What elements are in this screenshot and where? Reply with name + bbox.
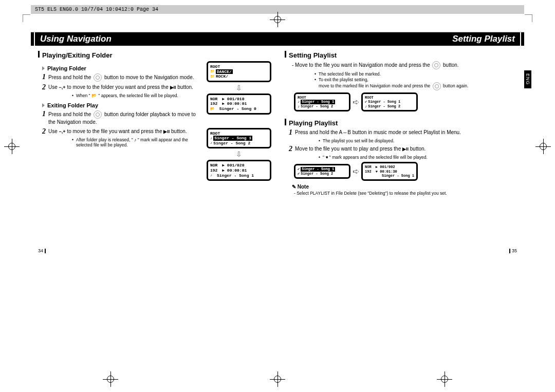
section-heading: Setting Playlist xyxy=(285,51,517,59)
step-text: Use xyxy=(48,84,58,90)
section-title: Playing Playlist xyxy=(289,119,338,127)
navi-button-icon xyxy=(433,82,441,90)
step-text: Press and hold the A↔B button in music m… xyxy=(295,129,461,136)
step-text: Use xyxy=(48,128,58,134)
arrow-right-icon: ➪ xyxy=(350,166,361,176)
bullet-list: The playlist you set will be displayed. xyxy=(302,138,517,143)
step-text: Press and hold the xyxy=(48,74,91,80)
bullet: The selected file will be marked. xyxy=(319,71,517,77)
lcd-screenshot: ROOT ♪Singer - Song 1 ♪Singer - Song 2 xyxy=(294,92,350,111)
section-heading: Playing/Exiting Folder xyxy=(38,51,270,59)
navi-button-icon xyxy=(94,110,102,119)
page-number: 34 xyxy=(38,248,46,253)
page-number: 35 xyxy=(509,248,517,253)
play-pause-control: ▶II xyxy=(402,146,409,152)
step-text: Press and hold the xyxy=(48,111,91,117)
step-text: to move to the folder you want and press… xyxy=(67,84,168,90)
navi-button-icon xyxy=(94,73,102,82)
page-right: Setting Playlist ENG Setting Playlist - … xyxy=(278,32,524,254)
page-spread: Using Navigation Playing/Exiting Folder … xyxy=(31,32,524,254)
page-title: Using Navigation xyxy=(35,32,278,46)
minus-plus-control: −,+ xyxy=(59,129,66,134)
step: 2 Move to the file you want to play and … xyxy=(289,145,517,153)
page-title: Setting Playlist xyxy=(278,32,520,46)
subsection-title: Exiting Folder Play xyxy=(47,102,98,108)
minus-plus-control: −,+ xyxy=(59,85,66,90)
play-pause-control: ▶II xyxy=(170,85,176,90)
crop-mark xyxy=(525,14,532,22)
step-text: Move to the file you want to play and pr… xyxy=(295,146,401,152)
subsection: Playing Folder xyxy=(42,65,203,71)
page-title-banner: Setting Playlist xyxy=(278,32,524,46)
lcd-screenshot: ROOT ✔Singer - Song 1 ♪Singer - Song 2 xyxy=(361,92,418,111)
play-pause-control: ▶II xyxy=(163,129,170,134)
bullet-list: When " 📂 " appears, the selected file wi… xyxy=(55,93,203,98)
lcd-screenshot: NOR ▶ 001/020 192 ▶ 00:00:01 ♪ Singer - … xyxy=(207,160,271,181)
registration-mark xyxy=(270,12,285,27)
figure-row: ROOT ♪Singer - Song 1 ♪Singer - Song 2 ➪… xyxy=(294,92,517,111)
step-text: button. xyxy=(177,84,193,90)
registration-mark xyxy=(535,139,551,154)
step: 1 Press and hold the button during folde… xyxy=(42,110,203,126)
bullet: " ♥ " mark appears and the selected file… xyxy=(323,155,517,160)
figure-column: ROOT 📁DANCE/ 📁ROCK/ ⇩ NOR ▶ 001/010 192 … xyxy=(208,61,270,181)
subsection: Exiting Folder Play xyxy=(42,102,203,108)
step-text: button. xyxy=(410,146,426,152)
registration-mark xyxy=(270,371,285,387)
bullet: The playlist you set will be displayed. xyxy=(323,138,517,143)
lcd-screenshot: NOR ▶ 001/002 192 ♥ 00:01:30 Singer - So… xyxy=(361,162,418,181)
registration-mark xyxy=(437,371,452,387)
lcd-screenshot: ROOT 📁DANCE/ 📁ROCK/ xyxy=(207,61,271,82)
step: - Move to the file you want in Navigatio… xyxy=(292,61,517,69)
navi-button-icon xyxy=(432,61,440,69)
bullet: When " 📂 " appears, the selected file wi… xyxy=(76,93,203,98)
arrow-down-icon: ⇩ xyxy=(236,84,242,91)
subsection-title: Playing Folder xyxy=(47,65,86,71)
step: 1 Press and hold the button to move to t… xyxy=(42,73,203,82)
bullet-list: After folder play is released, " ♪ " mar… xyxy=(55,137,203,147)
bullet: After folder play is released, " ♪ " mar… xyxy=(76,137,203,147)
step-text: - Move to the file you want in Navigatio… xyxy=(292,62,430,68)
step: 1 Press and hold the A↔B button in music… xyxy=(289,129,517,136)
registration-mark xyxy=(4,139,20,154)
section-title: Playing/Exiting Folder xyxy=(42,51,113,59)
page-title-banner: Using Navigation xyxy=(31,32,278,46)
bullet-list: The selected file will be marked. To exi… xyxy=(298,71,517,90)
language-tab: ENG xyxy=(524,70,531,88)
section-heading: Playing Playlist xyxy=(285,119,517,127)
crop-mark xyxy=(23,14,30,22)
bullet-list: " ♥ " mark appears and the selected file… xyxy=(302,155,517,160)
step: 2 Use −,+ to move to the folder you want… xyxy=(42,84,203,91)
lcd-screenshot: NOR ▶ 001/010 192 ▶ 00:00:01 📂 Singer - … xyxy=(207,94,271,115)
step-text: to move to the file you want and press t… xyxy=(67,128,162,134)
bullet: To exit the playlist setting, move to th… xyxy=(319,77,517,90)
note-label: ✎ Note xyxy=(292,184,517,190)
arrow-down-icon: ⇩ xyxy=(236,151,242,158)
step-text: button. xyxy=(171,128,187,134)
note-text: - Select PLAYLIST in File Delete (see "D… xyxy=(294,191,517,196)
registration-mark xyxy=(103,371,118,387)
lcd-screenshot: ✔Singer - Song 1 ✔Singer - Song 2 xyxy=(294,164,350,179)
arrow-right-icon: ➪ xyxy=(350,97,361,107)
step: 2 Use −,+ to move to the file you want a… xyxy=(42,128,203,135)
lcd-screenshot: ROOT ♪Singer - Song 1 ♪Singer - Song 2 xyxy=(207,128,271,149)
section-title: Setting Playlist xyxy=(289,51,337,59)
page-left: Using Navigation Playing/Exiting Folder … xyxy=(31,32,278,254)
figure-row: ✔Singer - Song 1 ✔Singer - Song 2 ➪ NOR … xyxy=(294,162,517,181)
step-text: button to move to the Navigation mode. xyxy=(104,74,194,80)
step-text: button. xyxy=(443,62,459,68)
